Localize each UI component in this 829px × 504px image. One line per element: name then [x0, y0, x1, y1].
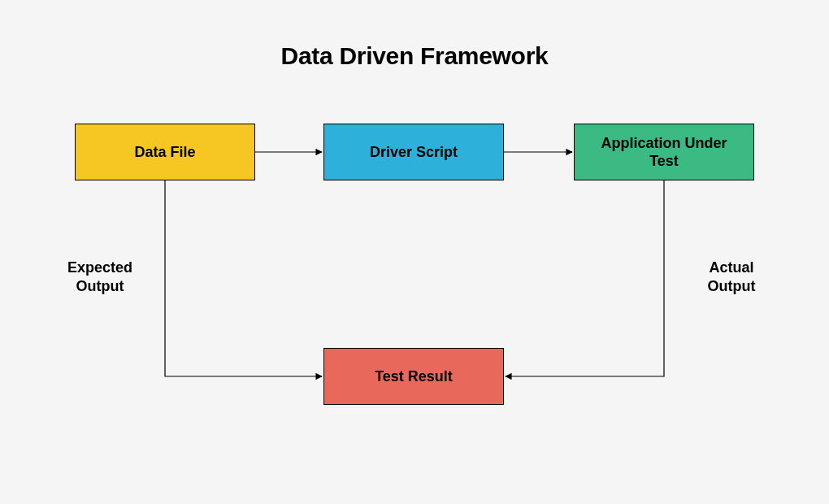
connectors: [0, 0, 829, 504]
node-test-result: Test Result: [323, 348, 504, 405]
diagram-title: Data Driven Framework: [0, 42, 829, 70]
node-application-under-test: Application UnderTest: [574, 124, 754, 180]
edge-label-expected-output: ExpectedOutput: [51, 259, 149, 295]
arrow-expected-output: [165, 180, 322, 376]
node-driver-script: Driver Script: [323, 124, 504, 180]
edge-label-actual-output: ActualOutput: [683, 259, 780, 295]
arrow-actual-output: [506, 180, 664, 376]
node-data-file: Data File: [75, 124, 255, 180]
